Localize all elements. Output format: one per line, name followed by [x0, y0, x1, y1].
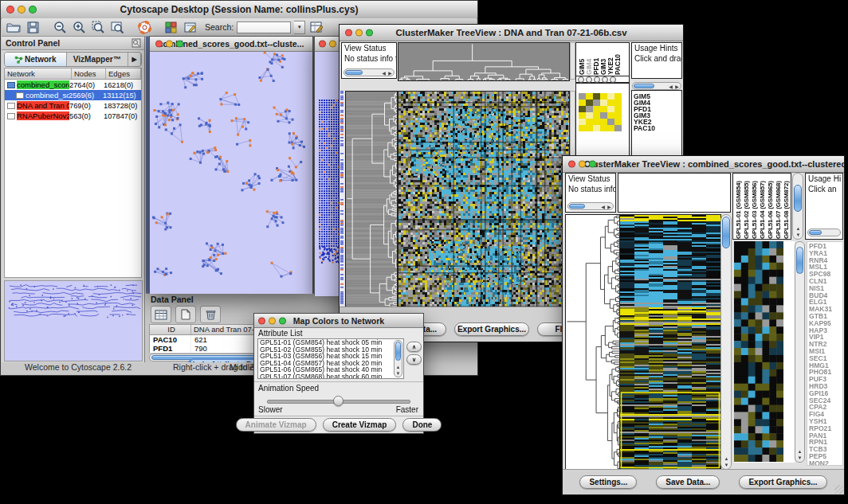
network-view-canvas[interactable]: [150, 52, 312, 294]
zoom-fit-icon[interactable]: [109, 20, 125, 34]
minimize-button[interactable]: [355, 29, 363, 37]
tv2-detail-heatmap[interactable]: [734, 241, 783, 462]
tv1-heatmap[interactable]: [398, 91, 570, 309]
dialog-button[interactable]: Create Vizmap: [323, 418, 397, 432]
zoom-icon[interactable]: [586, 76, 592, 83]
dialog-button[interactable]: Animate Vizmap: [236, 418, 316, 432]
zoom-icon[interactable]: [594, 76, 600, 83]
attribute-list-item[interactable]: GPL51-07 (GSM868) heat shock 60 min: [258, 373, 403, 380]
minimize-button[interactable]: [329, 41, 336, 48]
search-dropdown-button[interactable]: ▼: [294, 21, 305, 34]
tv1-row-dendrogram[interactable]: [345, 91, 398, 309]
zoom-icon[interactable]: [602, 76, 608, 83]
tab-vizmapper[interactable]: VizMapper™: [67, 53, 129, 66]
scroll-down-arrow[interactable]: ▼: [796, 455, 803, 461]
scroll-down-arrow[interactable]: ▼: [395, 370, 402, 377]
attribute-browser-icon[interactable]: [308, 20, 324, 34]
view-status-scrollbar[interactable]: ◀ ▶: [567, 202, 614, 210]
help-lifesaver-icon[interactable]: [136, 20, 152, 34]
tv2-heatmap[interactable]: [619, 214, 721, 471]
save-session-icon[interactable]: [25, 20, 41, 34]
minimize-button[interactable]: [166, 41, 173, 48]
treeview-action-button[interactable]: Settings...: [579, 475, 637, 489]
usage-hints-scrollbar[interactable]: [807, 229, 841, 236]
search-input[interactable]: [237, 21, 291, 33]
col-network[interactable]: Network: [5, 68, 72, 79]
attribute-list[interactable]: GPL51-01 (GSM854) heat shock 05 min GPL5…: [257, 338, 404, 379]
attribute-list-scrollbar[interactable]: ▲ ▼: [394, 340, 402, 377]
scroll-thumb[interactable]: [796, 247, 803, 274]
zoom-selected-icon[interactable]: [90, 20, 106, 34]
network-view-titlebar[interactable]: combined_scores_good.txt--cluste...: [150, 37, 312, 52]
treeview-action-button[interactable]: Save Data...: [656, 475, 720, 489]
main-titlebar[interactable]: Cytoscape Desktop (Session Name: collins…: [1, 1, 477, 19]
tv2-row-dendrogram[interactable]: [565, 214, 620, 471]
scroll-thumb[interactable]: [569, 204, 585, 209]
network-list-row[interactable]: DNA and Tran 07 769(0) 183728(0): [5, 100, 141, 111]
scroll-down-arrow[interactable]: ▼: [795, 232, 802, 238]
scroll-thumb[interactable]: [794, 185, 802, 212]
zoom-button[interactable]: [366, 29, 373, 37]
slider-thumb[interactable]: [333, 396, 344, 406]
dialog-titlebar[interactable]: Map Colors to Network: [254, 314, 423, 328]
float-panel-icon[interactable]: [132, 38, 141, 51]
attribute-table-icon[interactable]: [151, 306, 171, 323]
scroll-thumb[interactable]: [395, 342, 401, 361]
tv1-detail-zoom-icons[interactable]: [575, 76, 630, 83]
resize-grip[interactable]: [834, 485, 843, 494]
treeview-action-button[interactable]: Export Graphics...: [739, 475, 826, 489]
scroll-up-arrow[interactable]: ▲: [795, 225, 802, 232]
delete-attribute-trash-icon[interactable]: [200, 306, 221, 323]
gene-label[interactable]: MON2: [809, 460, 842, 466]
tv1-detail-matrix[interactable]: [579, 93, 622, 131]
vizmapper-icon[interactable]: [163, 20, 179, 34]
tab-network[interactable]: Network: [5, 53, 67, 66]
tv1-detail-hscrollbar[interactable]: ◀ ▶: [632, 82, 681, 90]
network-list-row[interactable]: combined_sco 2569(6) 13112(15): [5, 90, 141, 100]
zoom-icon[interactable]: [610, 76, 616, 83]
zoom-in-icon[interactable]: [71, 20, 87, 34]
open-session-icon[interactable]: [6, 20, 22, 34]
annotation-icon[interactable]: [183, 20, 198, 34]
scroll-right-arrow[interactable]: ▶: [606, 204, 613, 210]
scroll-up-arrow[interactable]: ▲: [395, 364, 402, 370]
tv2-collabel-vscroll[interactable]: ▲ ▼: [792, 173, 803, 240]
scroll-thumb[interactable]: [722, 217, 730, 248]
scroll-thumb[interactable]: [809, 230, 822, 235]
minimize-button[interactable]: [18, 6, 26, 14]
minimize-button[interactable]: [269, 317, 276, 324]
tv2-gene-vscroll[interactable]: ▲ ▼: [795, 241, 805, 463]
scroll-up-arrow[interactable]: ▲: [723, 455, 730, 462]
zoom-button[interactable]: [279, 317, 286, 324]
network-list-header[interactable]: Network Nodes Edges: [5, 68, 141, 80]
scroll-thumb[interactable]: [345, 70, 363, 75]
close-button[interactable]: [568, 161, 575, 168]
scroll-thumb[interactable]: [634, 84, 654, 88]
close-button[interactable]: [155, 41, 163, 48]
tab-overflow-button[interactable]: ▶: [128, 53, 141, 66]
tv2-heatmap-vscroll[interactable]: ▲ ▼: [720, 214, 732, 470]
tv1-mini-vscroll[interactable]: [570, 42, 575, 80]
minimize-button[interactable]: [579, 161, 586, 168]
close-button[interactable]: [258, 317, 265, 324]
treeview2-titlebar[interactable]: ClusterMaker TreeView : combined_scores_…: [563, 156, 844, 173]
col-edges[interactable]: Edges: [106, 68, 141, 79]
zoom-button[interactable]: [176, 41, 183, 48]
close-button[interactable]: [319, 41, 326, 48]
network-list-row[interactable]: RNAPuberNov2+ 563(0) 107847(0): [5, 111, 141, 121]
treeview1-titlebar[interactable]: ClusterMaker TreeView : DNA and Tran 07-…: [340, 25, 683, 41]
tv1-row-marker-strip[interactable]: [340, 91, 344, 307]
new-attribute-icon[interactable]: [175, 306, 196, 323]
zoom-icon[interactable]: [578, 76, 584, 83]
zoom-out-icon[interactable]: [52, 20, 68, 34]
close-button[interactable]: [6, 6, 14, 14]
export-graphics-button[interactable]: Export Graphics...: [454, 322, 529, 336]
col-nodes[interactable]: Nodes: [72, 68, 106, 79]
close-button[interactable]: [345, 29, 352, 37]
view-status-scrollbar[interactable]: ◀ ▶: [344, 68, 395, 76]
move-down-button[interactable]: ∨: [406, 354, 422, 365]
scroll-down-arrow[interactable]: ▼: [723, 462, 730, 468]
zoom-button[interactable]: [589, 161, 596, 168]
tv1-column-dendrogram[interactable]: [398, 42, 570, 81]
network-list-row[interactable]: combined_scores 2764(0) 16218(0): [5, 80, 141, 90]
